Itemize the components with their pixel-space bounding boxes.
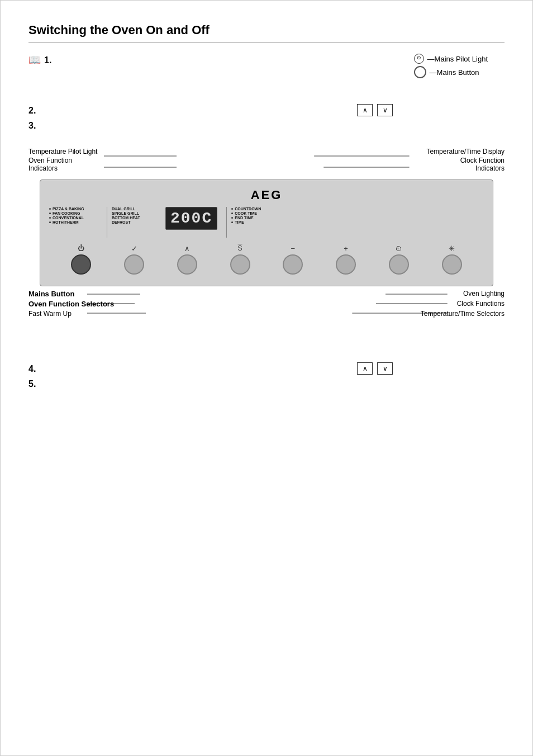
mains-button-circle	[414, 66, 426, 78]
ind-dot-1	[49, 208, 51, 210]
oven-center-indicators: DUAL GRILL SINGLE GRILL BOTTOM HEAT DEFR…	[112, 207, 156, 224]
label-temp-time-selectors: Temperature/Time Selectors	[421, 310, 505, 318]
btn-fastwarm-group: S	[230, 243, 250, 275]
oven-display: 200C	[165, 207, 217, 230]
fastwarm-button[interactable]	[230, 254, 250, 275]
oven-controls: PIZZA & BAKING FAN COOKING CONVENTIONAL …	[49, 207, 484, 238]
ind-dot-r3	[231, 217, 233, 219]
btn-clock-group: ⏲	[389, 243, 409, 275]
check-button[interactable]	[124, 254, 144, 275]
step5-num: 5.	[28, 378, 51, 389]
ind-defrost: DEFROST	[112, 220, 156, 224]
arrow-up-button[interactable]: ∧	[357, 104, 373, 116]
label-temp-time-display: Temperature/Time Display	[426, 148, 505, 155]
ind-pizza-baking: PIZZA & BAKING	[49, 207, 102, 211]
divider-right	[226, 207, 227, 238]
ind-countdown: COUNTDOWN	[231, 207, 276, 211]
label-oven-lighting: Oven Lighting	[463, 290, 505, 297]
btn-check-group: ✓	[124, 243, 144, 275]
power-button[interactable]	[71, 254, 91, 275]
light-button[interactable]	[442, 254, 462, 275]
arrow-up-icon: ∧	[363, 106, 368, 114]
mains-button-label: —Mains Button	[430, 68, 479, 77]
step2-num: 2.	[28, 105, 51, 116]
ind-label-conventional: CONVENTIONAL	[53, 216, 84, 220]
btn-plus-group: +	[336, 243, 356, 275]
arrow-down-button[interactable]: ∨	[377, 104, 393, 116]
arrow-up-button-4[interactable]: ∧	[357, 362, 373, 375]
ind-bottom-heat: BOTTOM HEAT	[112, 216, 156, 220]
ind-label-single-grill: SINGLE GRILL	[112, 211, 139, 215]
ind-label-countdown: COUNTDOWN	[235, 207, 261, 211]
page: Switching the Oven On and Off 📖 1. ⊙ —Ma…	[0, 0, 533, 756]
oven-panel: AEG PIZZA & BAKING FAN COOKING CONVEN	[40, 179, 493, 286]
ind-time: TIME	[231, 220, 276, 224]
btn-light-group: ✳	[442, 243, 462, 275]
clock-button[interactable]	[389, 254, 409, 275]
minus-symbol: −	[291, 243, 296, 253]
label-oven-func-indicators-1: Oven Function	[28, 157, 97, 164]
ind-label-dual-grill: DUAL GRILL	[112, 207, 135, 211]
minus-button[interactable]	[283, 254, 303, 275]
label-clock-func-1: Clock Function	[460, 157, 505, 164]
step3-num: 3.	[28, 120, 51, 131]
btn-up-group: ∧	[177, 243, 197, 275]
arrow-up-icon-4: ∧	[363, 365, 368, 372]
ind-dot-r2	[231, 212, 233, 214]
check-symbol: ✓	[131, 243, 137, 253]
mains-pilot-light-icon: ⊙	[414, 54, 424, 64]
diagram-bottom-labels: Mains Button Oven Function Selectors Fas…	[28, 290, 505, 329]
step4-num: 4.	[28, 363, 51, 374]
clock-symbol: ⏲	[395, 243, 402, 253]
ind-label-rothitherm: ROTHITHERM	[53, 220, 79, 224]
ind-dot-r4	[231, 221, 233, 223]
divider-left	[107, 207, 107, 238]
label-fast-warm-up: Fast Warm Up	[28, 310, 72, 318]
oven-brand: AEG	[49, 188, 484, 202]
book-icon: 📖	[28, 54, 41, 66]
ind-dual-grill: DUAL GRILL	[112, 207, 156, 211]
diagram-top-labels: Temperature Pilot Light Oven Function In…	[28, 148, 505, 178]
mains-note: ⊙ —Mains Pilot Light —Mains Button	[414, 54, 488, 81]
oven-left-indicators: PIZZA & BAKING FAN COOKING CONVENTIONAL …	[49, 207, 102, 224]
up-button[interactable]	[177, 254, 197, 275]
label-oven-func-indicators-2: Indicators	[28, 164, 97, 172]
power-symbol: ⏻	[78, 243, 84, 253]
ind-label-time: TIME	[235, 220, 244, 224]
arrow-down-button-4[interactable]: ∨	[377, 362, 393, 375]
fastwarm-symbol: S	[238, 243, 242, 253]
label-clock-func-2: Indicators	[475, 164, 505, 172]
page-title: Switching the Oven On and Off	[28, 23, 505, 42]
ind-fan-cooking: FAN COOKING	[49, 211, 102, 215]
ind-dot-r1	[231, 208, 233, 210]
light-symbol: ✳	[449, 243, 455, 253]
diagram-section: Temperature Pilot Light Oven Function In…	[28, 148, 505, 329]
ind-label-bottom-heat: BOTTOM HEAT	[112, 216, 140, 220]
ind-rothitherm: ROTHITHERM	[49, 220, 102, 224]
ind-label-fan-cooking: FAN COOKING	[53, 211, 80, 215]
oven-right-indicators: COUNTDOWN COOK TIME END TIME TIME	[231, 207, 276, 224]
label-clock-functions: Clock Functions	[457, 300, 505, 308]
arrow-down-icon: ∨	[383, 106, 388, 114]
plus-button[interactable]	[336, 254, 356, 275]
step1-num: 1.	[44, 54, 66, 65]
ind-dot-2	[49, 212, 51, 214]
btn-power-group: ⏻	[71, 243, 91, 275]
mains-pilot-light-label: —Mains Pilot Light	[427, 55, 488, 63]
ind-label-pizza-baking: PIZZA & BAKING	[53, 207, 84, 211]
label-oven-func-selectors: Oven Function Selectors	[28, 300, 114, 308]
ind-single-grill: SINGLE GRILL	[112, 211, 156, 215]
ind-label-defrost: DEFROST	[112, 220, 130, 224]
arrow-down-icon-4: ∨	[383, 365, 388, 372]
plus-symbol: +	[344, 243, 348, 253]
label-temp-pilot-light: Temperature Pilot Light	[28, 148, 97, 155]
ind-conventional: CONVENTIONAL	[49, 216, 102, 220]
oven-display-text: 200C	[170, 210, 212, 227]
btn-minus-group: −	[283, 243, 303, 275]
ind-label-end-time: END TIME	[235, 216, 253, 220]
ind-dot-4	[49, 221, 51, 223]
ind-end-time: END TIME	[231, 216, 276, 220]
oven-buttons-row: ⏻ ✓ ∧ S	[49, 243, 484, 275]
ind-cook-time: COOK TIME	[231, 211, 276, 215]
ind-dot-3	[49, 217, 51, 219]
